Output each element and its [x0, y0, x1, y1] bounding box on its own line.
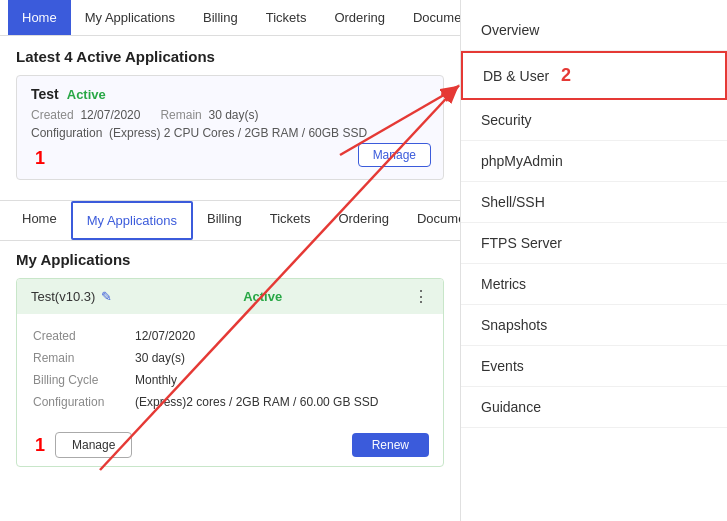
nav-ordering-top[interactable]: Ordering [320, 0, 399, 35]
app-card-detail: Test(v10.3) ✎ Active ⋮ Created 12/07/202… [16, 278, 444, 467]
remain-value-detail: 30 day(s) [135, 348, 427, 368]
config-label-top: Configuration [31, 126, 102, 140]
section-latest-title: Latest 4 Active Applications [16, 48, 444, 65]
app-status-detail: Active [243, 289, 282, 304]
remain-label-detail: Remain [33, 348, 133, 368]
edit-icon[interactable]: ✎ [101, 289, 112, 304]
app-card-top: Test Active Created 12/07/2020 Remain 30… [16, 75, 444, 180]
nav-billing-2[interactable]: Billing [193, 201, 256, 240]
manage-button-detail[interactable]: Manage [55, 432, 132, 458]
menu-phpmyadmin[interactable]: phpMyAdmin [461, 141, 727, 182]
created-value-detail: 12/07/2020 [135, 326, 427, 346]
nav-myapps-top[interactable]: My Applications [71, 0, 189, 35]
menu-ftps-server[interactable]: FTPS Server [461, 223, 727, 264]
nav-docs-top[interactable]: Documenta... [399, 0, 460, 35]
created-label-top: Created [31, 108, 74, 122]
created-label-detail: Created [33, 326, 133, 346]
menu-db-user[interactable]: DB & User 2 [461, 51, 727, 100]
remain-value-top: 30 day(s) [208, 108, 258, 122]
app-name-top: Test [31, 86, 59, 102]
nav-docs-2[interactable]: Documenta... [403, 201, 460, 240]
annotation-1-top: 1 [35, 148, 45, 168]
menu-metrics[interactable]: Metrics [461, 264, 727, 305]
section-myapps: My Applications Test(v10.3) ✎ Active ⋮ C… [0, 241, 460, 477]
bottom-nav: Home My Applications Billing Tickets Ord… [0, 200, 460, 241]
remain-label-top: Remain [160, 108, 201, 122]
section-latest: Latest 4 Active Applications Test Active… [0, 36, 460, 192]
menu-db-user-label: DB & User [483, 68, 549, 84]
billing-label-detail: Billing Cycle [33, 370, 133, 390]
right-panel: Overview DB & User 2 Security phpMyAdmin… [460, 0, 727, 521]
nav-home[interactable]: Home [8, 0, 71, 35]
app-status-top: Active [67, 87, 106, 102]
card-header: Test(v10.3) ✎ Active ⋮ [17, 279, 443, 314]
card-body: Created 12/07/2020 Remain 30 day(s) Bill… [17, 314, 443, 424]
menu-overview[interactable]: Overview [461, 10, 727, 51]
top-nav: Home My Applications Billing Tickets Ord… [0, 0, 460, 36]
menu-guidance[interactable]: Guidance [461, 387, 727, 428]
config-value-detail: (Express)2 cores / 2GB RAM / 60.00 GB SS… [135, 392, 427, 412]
menu-events[interactable]: Events [461, 346, 727, 387]
annotation-1-detail: 1 [35, 435, 45, 456]
nav-tickets-top[interactable]: Tickets [252, 0, 321, 35]
dots-menu[interactable]: ⋮ [413, 287, 429, 306]
created-value-top: 12/07/2020 [80, 108, 140, 122]
nav-ordering-2[interactable]: Ordering [324, 201, 403, 240]
config-value-top: (Express) 2 CPU Cores / 2GB RAM / 60GB S… [109, 126, 367, 140]
nav-billing-top[interactable]: Billing [189, 0, 252, 35]
app-name-version: Test(v10.3) ✎ [31, 289, 112, 304]
menu-db-user-badge: 2 [561, 65, 571, 85]
menu-security[interactable]: Security [461, 100, 727, 141]
manage-button-top[interactable]: Manage [358, 143, 431, 167]
config-label-detail: Configuration [33, 392, 133, 412]
section-myapps-title: My Applications [16, 251, 444, 268]
nav-home-2[interactable]: Home [8, 201, 71, 240]
nav-myapps-2[interactable]: My Applications [71, 201, 193, 240]
app-name-version-text: Test(v10.3) [31, 289, 95, 304]
menu-shell-ssh[interactable]: Shell/SSH [461, 182, 727, 223]
card-footer: 1 Manage Renew [17, 424, 443, 466]
nav-tickets-2[interactable]: Tickets [256, 201, 325, 240]
menu-snapshots[interactable]: Snapshots [461, 305, 727, 346]
renew-button[interactable]: Renew [352, 433, 429, 457]
billing-value-detail: Monthly [135, 370, 427, 390]
